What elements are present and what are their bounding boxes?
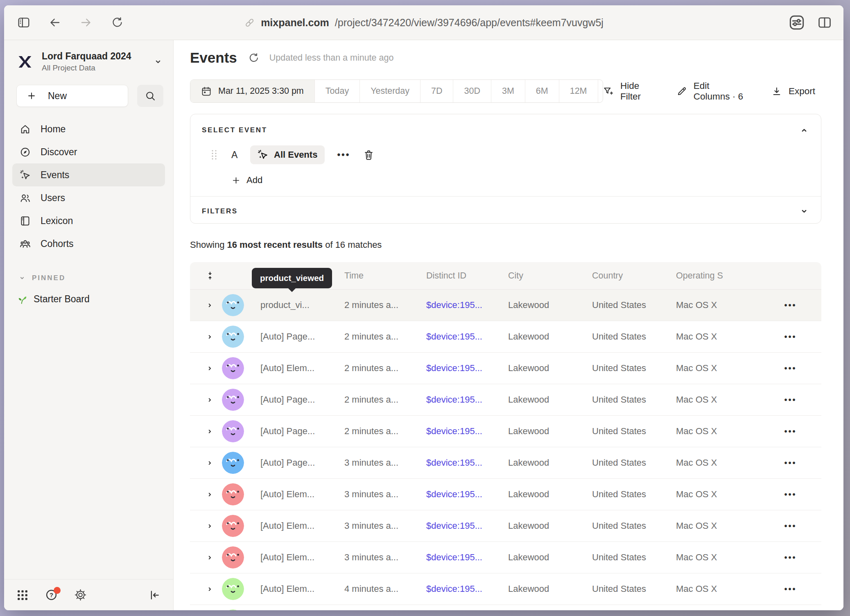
sidebar-item-lexicon[interactable]: Lexicon: [12, 209, 165, 232]
edit-columns-button[interactable]: Edit Columns · 6: [676, 81, 748, 102]
hide-filter-button[interactable]: Hide Filter: [603, 81, 653, 102]
range-today[interactable]: Today: [314, 80, 359, 102]
seedling-icon: [16, 294, 27, 305]
sidebar-item-discover[interactable]: Discover: [12, 140, 165, 163]
sidebar-item-users[interactable]: Users: [12, 186, 165, 209]
forward-icon[interactable]: [79, 16, 93, 29]
sidebar-item-cohorts[interactable]: Cohorts: [12, 232, 165, 255]
column-header-city[interactable]: City: [502, 271, 586, 281]
export-button[interactable]: Export: [771, 86, 815, 97]
gear-icon[interactable]: [74, 589, 87, 601]
expand-row-icon[interactable]: [206, 459, 216, 467]
row-menu-icon[interactable]: •••: [784, 458, 796, 468]
cell-distinct-id[interactable]: $device:195...: [420, 552, 502, 563]
range-7d[interactable]: 7D: [420, 80, 453, 102]
cell-event-name[interactable]: [Auto] Page...: [254, 457, 338, 468]
cell-event-name[interactable]: [Auto] Elem...: [254, 521, 338, 531]
event-row-menu-icon[interactable]: •••: [337, 149, 350, 160]
url-bar[interactable]: mixpanel.com/project/3472420/view/397469…: [244, 17, 604, 29]
search-icon: [145, 91, 156, 102]
row-menu-icon[interactable]: •••: [784, 332, 796, 342]
cell-event-name[interactable]: product_vi...: [254, 300, 338, 310]
split-view-icon[interactable]: [817, 15, 832, 30]
refresh-icon[interactable]: [248, 52, 259, 63]
range-6m[interactable]: 6M: [525, 80, 559, 102]
trash-icon[interactable]: [363, 149, 374, 161]
cell-event-name[interactable]: [Auto] Page...: [254, 331, 338, 342]
sidebar-item-label: Discover: [41, 147, 77, 158]
apps-grid-icon[interactable]: [16, 589, 29, 601]
cell-distinct-id[interactable]: $device:195...: [420, 489, 502, 500]
cell-event-name[interactable]: [Auto] Page...: [254, 394, 338, 405]
sidebar-item-events[interactable]: Events: [12, 163, 165, 186]
row-menu-icon[interactable]: •••: [784, 490, 796, 499]
pinned-section-header[interactable]: PINNED: [18, 274, 173, 282]
cell-time: 3 minutes a...: [338, 489, 420, 500]
row-menu-icon[interactable]: •••: [784, 553, 796, 562]
collapse-sidebar-icon[interactable]: [149, 589, 161, 601]
collapse-section-icon[interactable]: [799, 125, 809, 136]
cell-country: United States: [586, 300, 669, 310]
table-row: [Auto] Page... 2 minutes a... $device:19…: [190, 321, 821, 353]
range-3m[interactable]: 3M: [491, 80, 525, 102]
expand-row-icon[interactable]: [206, 333, 216, 341]
expand-row-icon[interactable]: [206, 301, 216, 310]
cell-event-name[interactable]: [Auto] Elem...: [254, 363, 338, 374]
cell-distinct-id[interactable]: $device:195...: [420, 521, 502, 531]
cell-distinct-id[interactable]: $device:195...: [420, 457, 502, 468]
add-event-button[interactable]: Add: [231, 175, 821, 186]
range-xtd[interactable]: XTD: [598, 80, 604, 102]
expand-row-icon[interactable]: [206, 585, 216, 593]
row-menu-icon[interactable]: •••: [784, 395, 796, 405]
cell-event-name[interactable]: [Auto] Page...: [254, 426, 338, 437]
cell-os: Mac OS X: [669, 489, 760, 500]
row-menu-icon[interactable]: •••: [784, 584, 796, 594]
date-range-control: Mar 11, 2025 3:30 pm Today Yesterday 7D …: [190, 79, 603, 103]
expand-row-icon[interactable]: [206, 553, 216, 562]
mixpanel-logo-icon: [16, 53, 34, 70]
cell-event-name[interactable]: [Auto] Elem...: [254, 584, 338, 594]
row-menu-icon[interactable]: •••: [784, 301, 796, 310]
drag-handle-icon[interactable]: [209, 149, 219, 161]
expand-row-icon[interactable]: [206, 427, 216, 436]
cell-event-name[interactable]: [Auto] Elem...: [254, 489, 338, 500]
cell-time: 2 minutes a...: [338, 331, 420, 342]
row-menu-icon[interactable]: •••: [784, 364, 796, 373]
search-button[interactable]: [137, 85, 163, 107]
expand-row-icon[interactable]: [206, 364, 216, 373]
expand-row-icon[interactable]: [206, 490, 216, 499]
column-header-time[interactable]: Time: [338, 271, 420, 281]
date-picker[interactable]: Mar 11, 2025 3:30 pm: [190, 80, 314, 102]
column-header-country[interactable]: Country: [586, 271, 669, 281]
row-menu-icon[interactable]: •••: [784, 427, 796, 436]
expand-row-icon[interactable]: [206, 396, 216, 404]
cell-distinct-id[interactable]: $device:195...: [420, 331, 502, 342]
project-switcher[interactable]: Lord Farquaad 2024 All Project Data: [4, 40, 173, 72]
expand-row-icon[interactable]: [206, 522, 216, 530]
cell-event-name[interactable]: [Auto] Elem...: [254, 552, 338, 563]
cell-distinct-id[interactable]: $device:195...: [420, 426, 502, 437]
sidebar-item-home[interactable]: Home: [12, 118, 165, 140]
collapse-all-rows-icon[interactable]: [206, 271, 216, 280]
browser-sidebar-toggle-icon[interactable]: [17, 16, 30, 29]
pinned-label: PINNED: [32, 274, 66, 282]
row-menu-icon[interactable]: •••: [784, 521, 796, 531]
cell-distinct-id[interactable]: $device:195...: [420, 584, 502, 594]
reload-icon[interactable]: [111, 16, 123, 29]
column-header-os[interactable]: Operating S: [669, 271, 760, 281]
cell-distinct-id[interactable]: $device:195...: [420, 394, 502, 405]
help-button[interactable]: [45, 589, 58, 601]
range-12m[interactable]: 12M: [559, 80, 598, 102]
cell-time: 3 minutes a...: [338, 521, 420, 531]
back-icon[interactable]: [48, 16, 61, 29]
new-button[interactable]: New: [16, 85, 128, 107]
event-select-chip[interactable]: All Events: [250, 145, 325, 164]
range-yesterday[interactable]: Yesterday: [359, 80, 420, 102]
cell-distinct-id[interactable]: $device:195...: [420, 363, 502, 374]
sidebar-item-starter-board[interactable]: Starter Board: [16, 294, 173, 305]
column-header-distinct-id[interactable]: Distinct ID: [420, 271, 502, 281]
page-settings-icon[interactable]: [789, 14, 805, 31]
range-30d[interactable]: 30D: [453, 80, 491, 102]
expand-filters-icon[interactable]: [799, 206, 809, 217]
cell-distinct-id[interactable]: $device:195...: [420, 300, 502, 310]
